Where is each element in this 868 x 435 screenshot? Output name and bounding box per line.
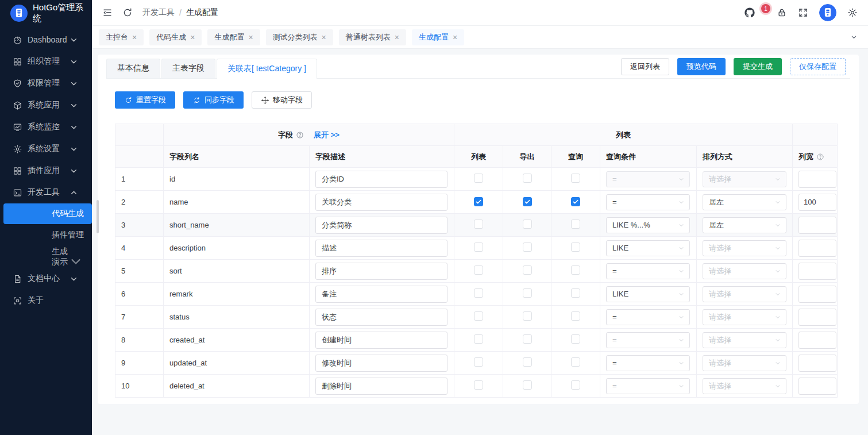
fullscreen-icon[interactable] [798,7,808,18]
field-desc-input[interactable] [315,286,447,303]
column-width-input[interactable] [798,286,836,303]
column-width-input[interactable] [798,332,836,349]
sidebar-item[interactable]: 文档中心 [0,268,92,290]
align-mode-select[interactable]: 请选择 [703,171,786,187]
sidebar-item[interactable]: 组织管理 [0,51,92,72]
sidebar-item[interactable]: 系统设置 [0,138,92,160]
page-tab[interactable]: 主控台× [99,29,144,45]
sidebar-subitem[interactable]: 代码生成 [3,203,92,224]
field-desc-input[interactable] [315,171,447,188]
page-tab[interactable]: 生成配置× [412,29,464,45]
toolbar-button[interactable]: 重置字段 [115,91,175,109]
query-checkbox[interactable] [571,197,580,206]
field-desc-input[interactable] [315,378,447,395]
align-mode-select[interactable]: 请选择 [703,263,786,279]
settings-gear-icon[interactable] [847,7,858,18]
export-checkbox[interactable] [523,174,532,183]
list-checkbox[interactable] [474,288,483,298]
list-checkbox[interactable] [474,242,483,252]
query-condition-select[interactable]: = [606,263,690,279]
tab-close-icon[interactable]: × [132,33,137,41]
toolbar-button[interactable]: 同步字段 [183,91,244,109]
sidebar-subitem[interactable]: 插件管理 [0,224,92,246]
page-tab[interactable]: 测试分类列表× [266,29,333,45]
align-mode-select[interactable]: 请选择 [703,355,786,371]
query-checkbox[interactable] [571,174,580,183]
page-tab[interactable]: 生成配置× [207,29,260,45]
user-avatar[interactable] [819,4,836,21]
column-width-input[interactable] [798,217,836,234]
sidebar-subitem[interactable]: 生成演示 [0,246,92,268]
tabbar-chevron-down-icon[interactable] [850,33,858,41]
list-checkbox[interactable] [474,265,483,275]
breadcrumb-item[interactable]: 开发工具 [142,7,175,18]
export-checkbox[interactable] [523,311,532,321]
column-width-input[interactable] [798,309,836,326]
query-checkbox[interactable] [571,220,580,229]
query-condition-select[interactable]: = [606,332,690,348]
tab-close-icon[interactable]: × [395,33,399,41]
list-checkbox[interactable] [474,334,483,344]
page-tab[interactable]: 普通树表列表× [339,29,406,45]
query-checkbox[interactable] [571,380,580,390]
action-button[interactable]: 预览代码 [677,58,726,75]
align-mode-select[interactable]: 请选择 [703,332,786,348]
tab-close-icon[interactable]: × [248,33,253,41]
help-circle-icon[interactable] [296,131,304,139]
query-condition-select[interactable]: LIKE [606,286,690,302]
export-checkbox[interactable] [523,288,532,298]
export-checkbox[interactable] [523,334,532,344]
field-desc-input[interactable] [315,309,447,326]
config-tab[interactable]: 关联表[ testCategory ] [217,59,317,79]
config-tab[interactable]: 基本信息 [106,59,160,78]
content-scrollbar-thumb[interactable] [97,200,99,233]
list-checkbox[interactable] [474,174,483,183]
lock-icon[interactable] [777,7,787,18]
list-checkbox[interactable] [474,311,483,321]
field-desc-input[interactable] [315,217,447,234]
field-desc-input[interactable] [315,263,447,280]
query-condition-select[interactable]: = [606,309,690,325]
help-circle-icon[interactable] [816,153,824,161]
tab-close-icon[interactable]: × [322,33,326,41]
field-desc-input[interactable] [315,240,447,257]
sidebar-item[interactable]: 插件应用 [0,160,92,182]
action-button[interactable]: 返回列表 [621,58,669,75]
column-width-input[interactable] [798,171,836,188]
query-condition-select[interactable]: = [606,194,690,210]
tab-close-icon[interactable]: × [453,33,457,41]
column-width-input[interactable] [798,263,836,280]
action-button[interactable]: 提交生成 [734,58,782,75]
align-mode-select[interactable]: 请选择 [703,286,786,302]
query-checkbox[interactable] [571,311,580,321]
expand-fields-link[interactable]: 展开 >> [314,130,340,140]
query-checkbox[interactable] [571,242,580,252]
export-checkbox[interactable] [523,197,532,206]
query-condition-select[interactable]: = [606,355,690,371]
sidebar-item[interactable]: Dashboard [0,29,92,51]
github-icon[interactable] [744,7,755,18]
column-width-input[interactable] [798,194,836,211]
list-checkbox[interactable] [474,197,483,206]
align-mode-select[interactable]: 请选择 [703,240,786,256]
field-desc-input[interactable] [315,194,447,211]
export-checkbox[interactable] [523,242,532,252]
page-tab[interactable]: 代码生成× [149,29,202,45]
list-checkbox[interactable] [474,220,483,229]
sidebar-item[interactable]: 系统监控 [0,116,92,138]
action-button[interactable]: 仅保存配置 [790,58,846,75]
column-width-input[interactable] [798,355,836,372]
toolbar-button[interactable]: 移动字段 [252,91,312,109]
query-checkbox[interactable] [571,357,580,367]
column-width-input[interactable] [798,378,836,395]
field-desc-input[interactable] [315,332,447,349]
menu-collapse-icon[interactable] [102,7,113,18]
export-checkbox[interactable] [523,380,532,390]
align-mode-select[interactable]: 请选择 [703,378,786,394]
query-checkbox[interactable] [571,265,580,275]
field-desc-input[interactable] [315,355,447,372]
align-mode-select[interactable]: 请选择 [703,309,786,325]
tab-close-icon[interactable]: × [190,33,195,41]
query-condition-select[interactable]: LIKE [606,240,690,256]
list-checkbox[interactable] [474,357,483,367]
